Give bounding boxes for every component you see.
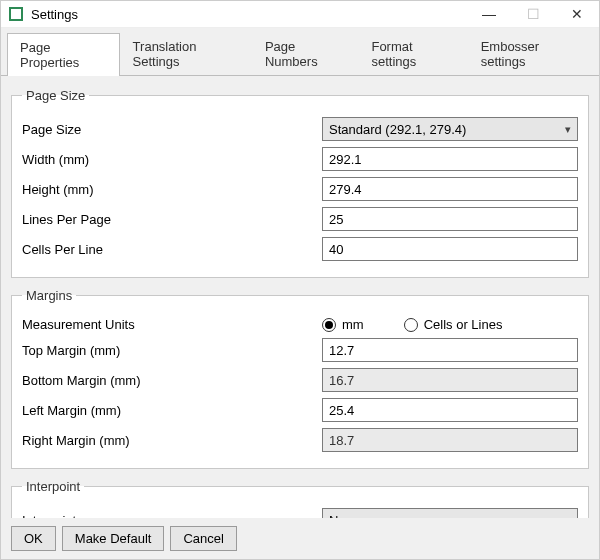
height-input[interactable] (322, 177, 578, 201)
minimize-icon: — (482, 6, 496, 22)
page-size-select-value: Standard (292.1, 279.4) (329, 122, 466, 137)
interpoint-legend: Interpoint (22, 479, 84, 494)
dialog-buttons: OK Make Default Cancel (1, 518, 599, 559)
chevron-down-icon: ▾ (559, 123, 571, 136)
margins-legend: Margins (22, 288, 76, 303)
units-cells-option[interactable]: Cells or Lines (404, 317, 503, 332)
tab-translation-settings[interactable]: Translation Settings (120, 32, 252, 75)
page-size-select[interactable]: Standard (292.1, 279.4) ▾ (322, 117, 578, 141)
tabs: Page Properties Translation Settings Pag… (1, 28, 599, 76)
units-cells-label: Cells or Lines (424, 317, 503, 332)
app-icon (9, 7, 23, 21)
page-size-legend: Page Size (22, 88, 89, 103)
tab-embosser-settings[interactable]: Embosser settings (468, 32, 593, 75)
tab-content: Page Size Page Size Standard (292.1, 279… (1, 76, 599, 518)
margins-group: Margins Measurement Units mm Cells or Li… (11, 288, 589, 469)
ok-button[interactable]: OK (11, 526, 56, 551)
units-mm-label: mm (342, 317, 364, 332)
radio-checked-icon (322, 318, 336, 332)
minimize-button[interactable]: — (467, 1, 511, 27)
window-title: Settings (31, 7, 78, 22)
settings-window: Settings — ☐ ✕ Page Properties Translati… (0, 0, 600, 560)
interpoint-group: Interpoint Interpoint No ▾ (11, 479, 589, 518)
cells-per-line-label: Cells Per Line (22, 242, 322, 257)
tab-page-properties[interactable]: Page Properties (7, 33, 120, 76)
lines-per-page-label: Lines Per Page (22, 212, 322, 227)
interpoint-select[interactable]: No ▾ (322, 508, 578, 518)
left-margin-label: Left Margin (mm) (22, 403, 322, 418)
tab-page-numbers[interactable]: Page Numbers (252, 32, 359, 75)
height-label: Height (mm) (22, 182, 322, 197)
lines-per-page-input[interactable] (322, 207, 578, 231)
bottom-margin-input[interactable] (322, 368, 578, 392)
bottom-margin-label: Bottom Margin (mm) (22, 373, 322, 388)
page-size-group: Page Size Page Size Standard (292.1, 279… (11, 88, 589, 278)
radio-unchecked-icon (404, 318, 418, 332)
page-size-label: Page Size (22, 122, 322, 137)
top-margin-input[interactable] (322, 338, 578, 362)
tab-format-settings[interactable]: Format settings (358, 32, 467, 75)
width-input[interactable] (322, 147, 578, 171)
measurement-units-label: Measurement Units (22, 317, 322, 332)
width-label: Width (mm) (22, 152, 322, 167)
units-mm-option[interactable]: mm (322, 317, 364, 332)
maximize-icon: ☐ (527, 6, 540, 22)
right-margin-input[interactable] (322, 428, 578, 452)
top-margin-label: Top Margin (mm) (22, 343, 322, 358)
maximize-button: ☐ (511, 1, 555, 27)
window-controls: — ☐ ✕ (467, 1, 599, 27)
right-margin-label: Right Margin (mm) (22, 433, 322, 448)
cancel-button[interactable]: Cancel (170, 526, 236, 551)
title-bar: Settings — ☐ ✕ (1, 1, 599, 28)
cells-per-line-input[interactable] (322, 237, 578, 261)
close-button[interactable]: ✕ (555, 1, 599, 27)
left-margin-input[interactable] (322, 398, 578, 422)
make-default-button[interactable]: Make Default (62, 526, 165, 551)
close-icon: ✕ (571, 6, 583, 22)
